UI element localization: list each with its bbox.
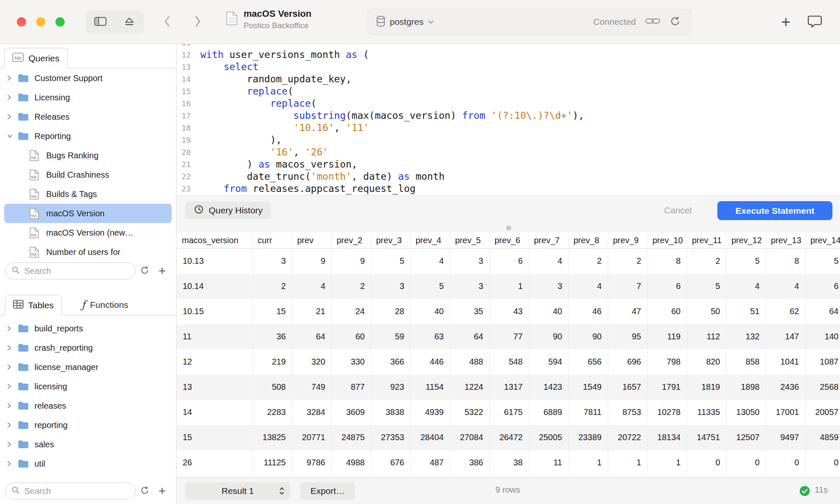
feedback-button[interactable] — [805, 12, 825, 32]
cell-value[interactable]: 4988 — [331, 450, 371, 475]
cell-value[interactable]: 1317 — [489, 375, 529, 400]
cell-value[interactable]: 9786 — [292, 450, 331, 475]
cell-value[interactable]: 1 — [647, 450, 687, 475]
cell-value[interactable]: 219 — [252, 349, 292, 375]
cell-value[interactable]: 11335 — [687, 400, 726, 425]
cell-value[interactable]: 20057 — [805, 400, 840, 425]
editor-line[interactable]: 15 replace( — [177, 85, 840, 97]
cell-value[interactable]: 4 — [292, 274, 331, 299]
cell-value[interactable]: 5 — [687, 274, 726, 299]
editor-line[interactable]: 13 select — [177, 61, 840, 73]
cell-value[interactable]: 40 — [529, 299, 568, 324]
cell-value[interactable]: 820 — [687, 349, 726, 375]
cell-value[interactable]: 0 — [766, 450, 805, 475]
column-header-curr[interactable]: curr — [252, 232, 292, 249]
tab-queries[interactable]: SQL Queries — [4, 48, 68, 68]
cell-value[interactable]: 35 — [450, 299, 489, 324]
tree-query-macos-version[interactable]: SQLmacOS Version — [4, 204, 172, 223]
cell-value[interactable]: 487 — [410, 450, 450, 475]
cell-value[interactable]: 3 — [450, 274, 489, 299]
cell-value[interactable]: 3838 — [371, 400, 410, 425]
cell-value[interactable]: 6 — [489, 249, 529, 274]
query-refresh-button[interactable] — [136, 262, 153, 280]
tree-query-macos-version-new[interactable]: SQLmacOS Version (new… — [0, 223, 176, 242]
cell-value[interactable]: 5 — [805, 249, 840, 274]
cell-macos-version[interactable]: 10.13 — [177, 249, 252, 274]
cell-value[interactable]: 594 — [529, 349, 568, 375]
tree-folder-license-manager[interactable]: license_manager — [0, 357, 176, 377]
schema-search-field[interactable] — [5, 483, 136, 499]
tab-tables[interactable]: Tables — [5, 295, 62, 315]
cell-value[interactable]: 63 — [410, 324, 450, 349]
tree-folder-customer-support[interactable]: Customer Support — [0, 68, 176, 88]
cell-value[interactable]: 9497 — [766, 425, 805, 450]
cell-value[interactable]: 140 — [805, 324, 840, 349]
cell-value[interactable]: 1087 — [805, 349, 840, 375]
tree-folder-reporting[interactable]: Reporting — [0, 126, 176, 146]
cell-value[interactable]: 4 — [766, 274, 805, 299]
tree-folder-crash-reporting[interactable]: crash_reporting — [0, 338, 176, 357]
cell-value[interactable]: 386 — [450, 450, 489, 475]
tree-folder-licensing[interactable]: Licensing — [0, 88, 176, 107]
cell-value[interactable]: 12507 — [726, 425, 766, 450]
chevron-right-icon[interactable] — [7, 344, 18, 352]
cell-value[interactable]: 749 — [292, 375, 331, 400]
cell-value[interactable]: 40 — [410, 299, 450, 324]
cell-value[interactable]: 4859 — [805, 425, 840, 450]
column-header-prev_3[interactable]: prev_3 — [371, 232, 410, 249]
cell-value[interactable]: 26472 — [489, 425, 529, 450]
column-header-prev_6[interactable]: prev_6 — [489, 232, 529, 249]
eject-button[interactable] — [115, 10, 144, 34]
result-row[interactable]: 10.13399543642282585 — [177, 249, 840, 274]
cell-macos-version[interactable]: 12 — [177, 349, 252, 375]
cell-value[interactable]: 147 — [766, 324, 805, 349]
cell-value[interactable]: 656 — [568, 349, 608, 375]
cell-value[interactable]: 1819 — [687, 375, 726, 400]
cell-value[interactable]: 5 — [410, 274, 450, 299]
editor-line[interactable]: 21 ) as macos_version, — [177, 158, 840, 171]
cell-value[interactable]: 3 — [371, 274, 410, 299]
chevron-right-icon[interactable] — [7, 383, 18, 390]
cell-value[interactable]: 1791 — [647, 375, 687, 400]
cell-value[interactable]: 1224 — [450, 375, 489, 400]
cell-value[interactable]: 64 — [450, 324, 489, 349]
tree-query-builds-tags[interactable]: SQLBuilds & Tags — [0, 184, 176, 204]
column-header-prev_7[interactable]: prev_7 — [529, 232, 568, 249]
back-button[interactable] — [155, 10, 179, 34]
cell-value[interactable]: 1154 — [410, 375, 450, 400]
cell-value[interactable]: 4939 — [410, 400, 450, 425]
cell-value[interactable]: 5322 — [450, 400, 489, 425]
tree-query-number-of-users-for[interactable]: SQLNumber of users for — [0, 242, 176, 259]
cell-macos-version[interactable]: 14 — [177, 400, 252, 425]
cell-value[interactable]: 1 — [608, 450, 647, 475]
cell-value[interactable]: 25005 — [529, 425, 568, 450]
cell-value[interactable]: 798 — [647, 349, 687, 375]
column-header-prev_5[interactable]: prev_5 — [450, 232, 489, 249]
query-history-button[interactable]: Query History — [185, 202, 271, 219]
cell-value[interactable]: 2 — [687, 249, 726, 274]
add-button[interactable]: + — [776, 12, 796, 32]
cell-value[interactable]: 20771 — [292, 425, 331, 450]
cell-value[interactable]: 10278 — [647, 400, 687, 425]
chevron-right-icon[interactable] — [7, 402, 18, 410]
cell-value[interactable]: 23389 — [568, 425, 608, 450]
chevron-right-icon[interactable] — [7, 363, 18, 371]
cell-value[interactable]: 60 — [331, 324, 371, 349]
cell-value[interactable]: 0 — [726, 450, 766, 475]
cell-value[interactable]: 548 — [489, 349, 529, 375]
cell-value[interactable]: 27084 — [450, 425, 489, 450]
cell-value[interactable]: 62 — [766, 299, 805, 324]
sql-editor[interactable]: 1112with user_versions_month as (13 sele… — [177, 44, 840, 195]
editor-line[interactable]: 17 substring(max(macos_version) from '(?… — [177, 110, 840, 122]
tree-folder-releases[interactable]: releases — [0, 396, 176, 415]
schema-refresh-button[interactable] — [136, 482, 153, 500]
execute-statement-button[interactable]: Execute Statement — [717, 201, 832, 220]
result-row[interactable]: 1513825207712487527353284042708426472250… — [177, 425, 840, 450]
cell-value[interactable]: 9 — [331, 249, 371, 274]
schema-search-input[interactable] — [24, 486, 129, 496]
cell-value[interactable]: 1423 — [529, 375, 568, 400]
tree-folder-licensing[interactable]: licensing — [0, 377, 176, 396]
cell-value[interactable]: 95 — [608, 324, 647, 349]
column-header-prev_4[interactable]: prev_4 — [410, 232, 450, 249]
cell-value[interactable]: 64 — [292, 324, 331, 349]
